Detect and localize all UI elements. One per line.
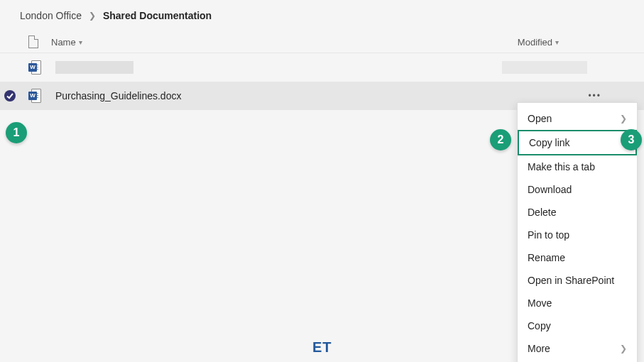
menu-item-label: Move: [528, 297, 552, 309]
selected-check-icon[interactable]: [4, 89, 16, 102]
menu-item-label: Delete: [528, 207, 556, 218]
menu-item-label: Make this a tab: [528, 161, 595, 172]
menu-item-label: Copy: [528, 320, 551, 331]
watermark: ET: [312, 339, 332, 356]
chevron-right-icon: ❯: [620, 114, 627, 124]
name-column-header[interactable]: Name: [51, 37, 76, 48]
redacted-modified: [502, 61, 587, 74]
column-header-row: Name ▾ Modified ▾: [0, 28, 644, 53]
chevron-down-icon[interactable]: ▾: [555, 38, 559, 46]
menu-item-pin[interactable]: Pin to top: [518, 224, 637, 246]
table-row[interactable]: W: [0, 53, 644, 82]
menu-item-download[interactable]: Download: [518, 178, 637, 201]
word-file-icon: W: [28, 60, 43, 75]
chevron-right-icon: ❯: [620, 344, 627, 353]
menu-item-move[interactable]: Move: [518, 292, 637, 314]
menu-item-delete[interactable]: Delete: [518, 201, 637, 224]
menu-item-rename[interactable]: Rename: [518, 246, 637, 269]
menu-item-open[interactable]: Open ❯: [518, 107, 637, 130]
breadcrumb-parent[interactable]: London Office: [20, 10, 82, 21]
more-actions-button[interactable]: •••: [588, 91, 601, 101]
svg-point-0: [4, 90, 16, 102]
word-file-icon: W: [28, 89, 43, 103]
menu-item-label: More: [528, 343, 550, 354]
menu-item-label: Open: [528, 113, 552, 124]
context-menu: Open ❯ Copy link Make this a tab Downloa…: [517, 102, 638, 362]
annotation-badge-2: 2: [490, 129, 511, 150]
chevron-right-icon: ❯: [89, 11, 96, 21]
annotation-badge-1: 1: [6, 122, 27, 143]
breadcrumb: London Office ❯ Shared Documentation: [0, 0, 644, 28]
menu-item-label: Open in SharePoint: [528, 275, 614, 286]
menu-item-label: Copy link: [529, 137, 570, 148]
menu-item-more[interactable]: More ❯: [518, 337, 637, 360]
menu-item-open-sharepoint[interactable]: Open in SharePoint: [518, 269, 637, 292]
menu-item-copy[interactable]: Copy: [518, 314, 637, 337]
redacted-filename: [55, 61, 133, 74]
menu-item-copy-link[interactable]: Copy link: [518, 130, 637, 155]
chevron-down-icon[interactable]: ▾: [79, 38, 82, 46]
menu-item-label: Rename: [528, 252, 565, 263]
file-name[interactable]: Purchasing_Guidelines.docx: [55, 90, 588, 102]
modified-column-header[interactable]: Modified: [518, 37, 552, 48]
menu-item-label: Download: [528, 184, 572, 195]
menu-item-label: Pin to top: [528, 229, 569, 241]
menu-item-make-tab[interactable]: Make this a tab: [518, 155, 637, 178]
annotation-badge-3: 3: [621, 129, 642, 150]
breadcrumb-current: Shared Documentation: [103, 10, 212, 21]
file-type-header-icon: [28, 35, 38, 48]
